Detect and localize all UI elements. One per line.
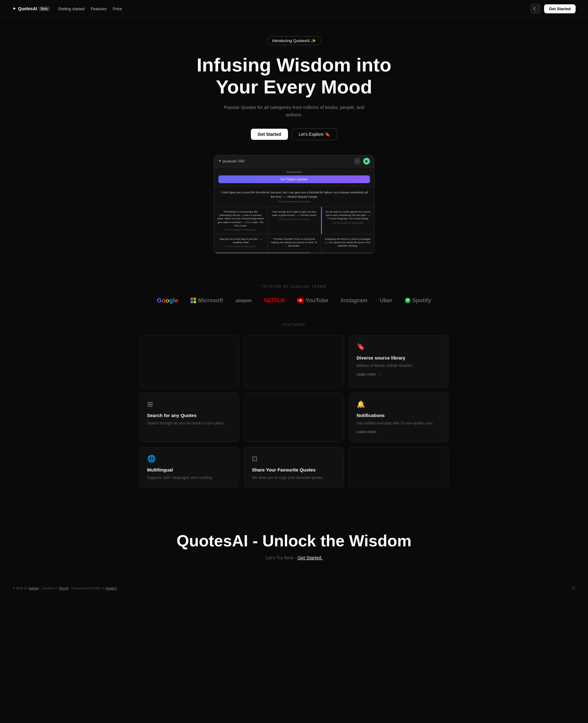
footer-credits: ✦ Built by kathan . Hosted on Vercel . C… bbox=[13, 586, 117, 590]
preview-card-quote-2: "Two wrongs don't make a right, but they… bbox=[271, 210, 318, 217]
trusted-logo-netflix: NETFLIX bbox=[264, 297, 285, 304]
hero-buttons: Get Started Let's Explore 🔖 bbox=[6, 128, 582, 140]
feature-card-search: ⊞ Search for any Quotes Search through a… bbox=[140, 393, 239, 442]
notifications-learn-text: Learn more bbox=[357, 430, 376, 434]
nav-left: ✦ QuotesAI Beta Getting started Features… bbox=[13, 6, 122, 11]
trusted-logo-google: Google bbox=[157, 297, 178, 304]
trusted-logos: Google Microsoft amazon NETFLIX YouTube bbox=[6, 297, 582, 304]
nav-right: ☾ Get Started bbox=[530, 4, 575, 14]
trusted-logo-uber: Uber bbox=[380, 297, 393, 304]
navbar: ✦ QuotesAI Beta Getting started Features… bbox=[0, 0, 588, 18]
hero-badge: Introducing QuotesAI ✨ bbox=[267, 36, 321, 45]
nav-badge: Beta bbox=[39, 6, 49, 11]
share-icon: ⊡ bbox=[252, 455, 336, 463]
preview-scrollbar[interactable] bbox=[214, 252, 374, 253]
search-feature-icon: ⊞ bbox=[147, 400, 232, 408]
feature-card-deco1 bbox=[140, 335, 239, 388]
footer: ✦ Built by kathan . Hosted on Vercel . C… bbox=[0, 579, 588, 597]
preview-logo: ✦ QuotesAI beta bbox=[218, 159, 245, 163]
microsoft-icon bbox=[191, 297, 196, 303]
footer-credits-text: . Component Credits to bbox=[69, 586, 105, 590]
trusted-logo-spotify: Spotify bbox=[405, 297, 431, 304]
preview-card-3: "So we beat on, boats against the curren… bbox=[321, 207, 374, 234]
x-twitter-icon[interactable]: 𝕏 bbox=[572, 586, 575, 591]
footer-logo-icon: ✦ bbox=[13, 586, 15, 590]
cta-title: QuotesAI - Unlock the Wisdom bbox=[6, 532, 582, 550]
nav-logo[interactable]: ✦ QuotesAI Beta bbox=[13, 6, 49, 11]
notifications-arrow-icon: → bbox=[377, 430, 380, 434]
preview-logo-icon: ✦ bbox=[218, 159, 221, 163]
feature-card-empty bbox=[244, 393, 344, 442]
youtube-icon bbox=[297, 298, 303, 303]
google-colored-g: Google bbox=[157, 297, 178, 304]
logo-text: QuotesAI bbox=[18, 6, 37, 11]
nav-get-started-button[interactable]: Get Started bbox=[544, 4, 575, 13]
notifications-desc: Get notified everyday with 10 new quotes… bbox=[357, 420, 441, 426]
preview-card-quote-1: "Friendship is unnecessary, like philoso… bbox=[217, 210, 264, 227]
feature-card-empty2 bbox=[349, 447, 449, 488]
spotify-icon bbox=[405, 297, 411, 303]
library-icon: 🔖 bbox=[357, 343, 441, 351]
footer-vercel-link[interactable]: Vercel bbox=[59, 586, 68, 590]
microsoft-text: Microsoft bbox=[198, 297, 223, 304]
nav-link-getting-started[interactable]: Getting started bbox=[58, 6, 84, 11]
hero-subtitle: Popular Quotes for all categories from m… bbox=[220, 104, 369, 119]
preview-featured-quote-text: "I can't give you a sure-fire formula fo… bbox=[218, 190, 370, 199]
search-desc: Search through all your fav books in one… bbox=[147, 420, 232, 426]
cta-get-started-link[interactable]: Get Started. bbox=[298, 555, 322, 560]
preview-card-meta-3: Visit this website for daily quotes bbox=[325, 222, 371, 224]
library-desc: Millions of Words, Infinite Wisdom. bbox=[357, 363, 441, 369]
footer-social[interactable]: 𝕏 bbox=[572, 585, 575, 591]
logo-icon: ✦ bbox=[13, 6, 16, 11]
nav-links: Getting started Features Price bbox=[58, 6, 122, 11]
netflix-text: NETFLIX bbox=[264, 297, 285, 304]
feature-card-notifications: 🔔 Notifications Get notified everyday wi… bbox=[349, 393, 449, 442]
preview-card-6: "Imagining the future is a kind of nosta… bbox=[321, 234, 374, 252]
svg-rect-2 bbox=[191, 301, 193, 303]
app-preview: ✦ QuotesAI beta ☽ ◉ inspirational Get To… bbox=[214, 155, 375, 254]
nav-link-features[interactable]: Features bbox=[91, 6, 106, 11]
hero-get-started-button[interactable]: Get Started bbox=[251, 129, 288, 140]
features-label: FEATURES bbox=[13, 323, 575, 326]
feature-card-library: 🔖 Diverse source library Millions of Wor… bbox=[349, 335, 449, 388]
moon-icon: ☾ bbox=[533, 6, 537, 11]
preview-card-4: "May you live every day of your life." —… bbox=[214, 234, 267, 252]
preview-topbar: ✦ QuotesAI beta ☽ ◉ bbox=[214, 155, 374, 167]
library-arrow-icon: → bbox=[377, 372, 380, 376]
trusted-label: TRUSTED BY LEADING TEAMS bbox=[6, 285, 582, 288]
spotify-text: Spotify bbox=[412, 297, 431, 304]
library-learn-more[interactable]: Learn more → bbox=[357, 372, 380, 376]
cta-subtitle-text: Let's Try Now - bbox=[266, 555, 296, 560]
preview-card-quote-6: "Imagining the future is a kind of nosta… bbox=[324, 237, 371, 248]
uber-text: Uber bbox=[380, 297, 393, 304]
preview-card-quote-5: "Promise Yourself To be so strong that n… bbox=[271, 237, 318, 248]
footer-shadcn-link[interactable]: shadcn bbox=[106, 586, 117, 590]
multilingual-desc: Supports 100+ languages and counting. bbox=[147, 475, 232, 480]
library-title: Diverse source library bbox=[357, 355, 441, 360]
features-section: FEATURES 🔖 Diverse source library Millio… bbox=[0, 316, 588, 507]
notifications-learn-more[interactable]: Learn more → bbox=[357, 430, 380, 434]
feature-card-share: ⊡ Share Your Favourite Quotes We allow y… bbox=[244, 447, 344, 488]
svg-rect-1 bbox=[194, 297, 196, 300]
footer-hosted-text: . Hosted on bbox=[40, 586, 58, 590]
youtube-text: YouTube bbox=[305, 297, 328, 304]
hero-badge-text: Introducing QuotesAI ✨ bbox=[272, 38, 316, 43]
notifications-icon: 🔔 bbox=[357, 400, 441, 408]
preview-search-area: inspirational Get Today's Quotes bbox=[214, 167, 374, 187]
multilingual-icon: 🌐 bbox=[147, 455, 232, 463]
hero-explore-button[interactable]: Let's Explore 🔖 bbox=[292, 128, 337, 140]
preview-badge: beta bbox=[237, 159, 245, 163]
hero-title: Infusing Wisdom into Your Every Mood bbox=[186, 54, 402, 98]
footer-author-link[interactable]: kathan bbox=[29, 586, 39, 590]
preview-card-1: "Friendship is unnecessary, like philoso… bbox=[214, 207, 267, 234]
trusted-logo-youtube: YouTube bbox=[297, 297, 328, 304]
preview-card-meta-1: Visit this website for daily quotes bbox=[217, 229, 264, 231]
nav-link-price[interactable]: Price bbox=[113, 6, 122, 11]
svg-rect-3 bbox=[194, 301, 196, 303]
preview-dark-mode-button[interactable]: ☽ bbox=[354, 158, 361, 165]
preview-search-button[interactable]: Get Today's Quotes bbox=[218, 175, 370, 183]
preview-user-button[interactable]: ◉ bbox=[363, 158, 370, 165]
preview-featured-meta: Today's Special Quote for you bbox=[218, 200, 370, 203]
preview-card-quote-4: "May you live every day of your life." —… bbox=[217, 237, 264, 244]
theme-toggle-button[interactable]: ☾ bbox=[530, 4, 540, 14]
